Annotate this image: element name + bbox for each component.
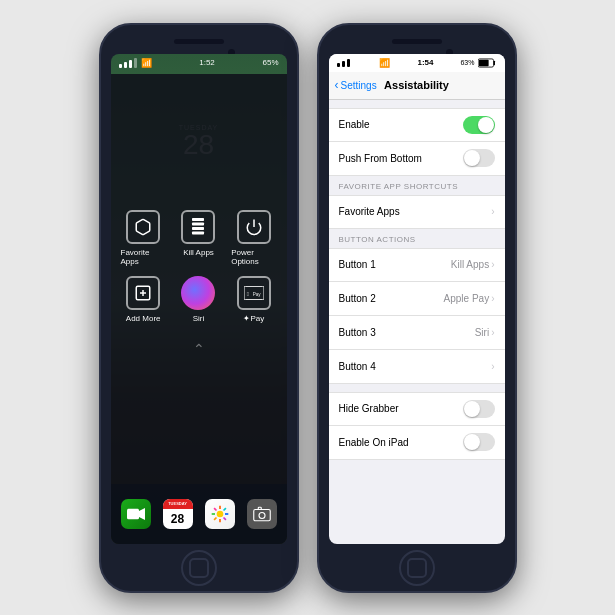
button1-label: Button 1	[339, 259, 376, 270]
power-icon	[237, 210, 271, 244]
svg-rect-3	[192, 232, 204, 235]
left-screen: 📶 1:52 65% Tuesday 28 Favorite Apps	[111, 54, 287, 544]
add-more-icon	[126, 276, 160, 310]
button4-label: Button 4	[339, 361, 376, 372]
button2-label: Button 2	[339, 293, 376, 304]
apple-pay-label: ✦Pay	[243, 314, 264, 323]
enable-row[interactable]: Enable	[329, 108, 505, 142]
calendar-widget: TUESDAY 28	[163, 499, 193, 529]
hide-grabber-row[interactable]: Hide Grabber	[329, 392, 505, 426]
push-toggle-thumb	[464, 150, 480, 166]
menu-item-siri[interactable]: Siri	[176, 276, 221, 323]
menu-grid: Favorite Apps Kill Apps	[111, 200, 287, 333]
favorite-apps-icon	[126, 210, 160, 244]
favorite-section-header: FAVORITE APP SHORTCUTS	[329, 176, 505, 195]
push-label: Push From Bottom	[339, 153, 422, 164]
settings-nav: ‹ Settings Assistability	[329, 72, 505, 100]
power-label: Power Options	[231, 248, 276, 266]
svg-line-18	[214, 508, 216, 510]
svg-marker-12	[139, 508, 145, 520]
overlay-panel: Favorite Apps Kill Apps	[111, 74, 287, 484]
enable-label: Enable	[339, 119, 370, 130]
hide-grabber-toggle[interactable]	[463, 400, 495, 418]
button2-row[interactable]: Button 2 Apple Pay ›	[329, 282, 505, 316]
spacer	[329, 384, 505, 392]
button4-chevron: ›	[491, 361, 494, 372]
toggle-thumb	[478, 117, 494, 133]
button3-value: Siri ›	[475, 327, 495, 338]
enable-ipad-row[interactable]: Enable On iPad	[329, 426, 505, 460]
page-title: Assistability	[384, 79, 449, 91]
svg-line-20	[214, 517, 216, 519]
settings-body: Enable Push From Bottom FAVORITE APP SHO…	[329, 100, 505, 544]
right-signal	[337, 59, 350, 67]
add-more-label: Add More	[126, 314, 161, 323]
button1-val-text: Kill Apps	[451, 259, 489, 270]
button3-label: Button 3	[339, 327, 376, 338]
left-time: 1:52	[199, 58, 215, 67]
signal-bars	[119, 58, 137, 68]
menu-item-favorite-apps[interactable]: Favorite Apps	[121, 210, 166, 266]
svg-line-21	[223, 508, 225, 510]
button3-chevron: ›	[491, 327, 494, 338]
svg-text:: 	[246, 291, 248, 297]
enable-toggle[interactable]	[463, 116, 495, 134]
menu-item-add-more[interactable]: Add More	[121, 276, 166, 323]
battery-pct: 63%	[460, 59, 474, 66]
speaker	[174, 39, 224, 44]
button1-chevron: ›	[491, 259, 494, 270]
back-button[interactable]: ‹ Settings	[335, 78, 377, 92]
favorite-apps-row-label: Favorite Apps	[339, 206, 400, 217]
right-home-button[interactable]	[399, 550, 435, 586]
siri-icon	[181, 276, 215, 310]
wifi-icon: 📶	[141, 58, 152, 68]
push-from-bottom-row[interactable]: Push From Bottom	[329, 142, 505, 176]
apple-pay-icon:  Pay	[237, 276, 271, 310]
menu-item-power[interactable]: Power Options	[231, 210, 276, 266]
svg-point-23	[259, 512, 265, 518]
menu-item-kill-apps[interactable]: Kill Apps	[176, 210, 221, 266]
settings-screen: 📶 1:54 63% ‹ Settings Assistabilit	[329, 54, 505, 544]
svg-text:Pay: Pay	[252, 292, 261, 297]
button2-value: Apple Pay ›	[444, 293, 495, 304]
button3-val-text: Siri	[475, 327, 489, 338]
app-camera[interactable]	[247, 499, 277, 529]
svg-rect-26	[479, 59, 489, 66]
right-phone: 📶 1:54 63% ‹ Settings Assistabilit	[317, 23, 517, 593]
button1-row[interactable]: Button 1 Kill Apps ›	[329, 248, 505, 282]
app-facetime[interactable]	[121, 499, 151, 529]
svg-point-13	[216, 510, 223, 517]
favorite-chevron: ›	[491, 206, 494, 217]
button-section-header: BUTTON ACTIONS	[329, 229, 505, 248]
svg-rect-1	[192, 223, 204, 226]
signal-bar-3	[347, 59, 350, 67]
push-toggle[interactable]	[463, 149, 495, 167]
kill-apps-icon	[181, 210, 215, 244]
enable-ipad-toggle[interactable]	[463, 433, 495, 451]
svg-rect-0	[192, 218, 204, 221]
app-photos[interactable]	[205, 499, 235, 529]
button3-row[interactable]: Button 3 Siri ›	[329, 316, 505, 350]
home-button-inner	[189, 558, 209, 578]
homescreen-dock: TUESDAY 28	[111, 484, 287, 544]
button4-row[interactable]: Button 4 ›	[329, 350, 505, 384]
enable-ipad-thumb	[464, 434, 480, 450]
right-time: 1:54	[417, 58, 433, 67]
signal-bar-1	[337, 63, 340, 67]
hide-grabber-label: Hide Grabber	[339, 403, 399, 414]
right-home-inner	[407, 558, 427, 578]
svg-rect-24	[258, 507, 261, 509]
left-battery: 65%	[262, 58, 278, 67]
right-speaker	[392, 39, 442, 44]
menu-item-apple-pay[interactable]:  Pay ✦Pay	[231, 276, 276, 323]
right-battery-area: 63%	[460, 58, 496, 68]
favorite-apps-row[interactable]: Favorite Apps ›	[329, 195, 505, 229]
right-status-bar: 📶 1:54 63%	[329, 54, 505, 72]
svg-line-19	[223, 517, 225, 519]
bottom-arrow: ⌃	[193, 341, 205, 357]
battery-icon	[478, 58, 496, 68]
home-button[interactable]	[181, 550, 217, 586]
favorite-apps-label: Favorite Apps	[121, 248, 166, 266]
enable-ipad-label: Enable On iPad	[339, 437, 409, 448]
siri-label: Siri	[193, 314, 205, 323]
